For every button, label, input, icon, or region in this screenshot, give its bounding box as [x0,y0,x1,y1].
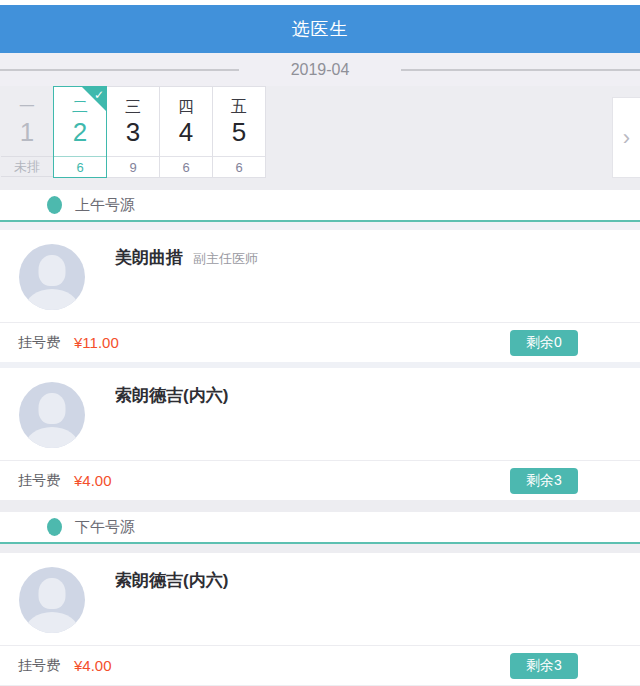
divider-line-left [0,69,239,71]
slot-count: 6 [54,156,106,177]
slot-count: 未排 [1,156,53,177]
doctor-name: 索朗德吉(内六) [115,384,228,407]
calendar-strip: 一 1 未排 ✓ 二 2 6 三 3 9 四 4 [0,86,640,178]
section-header-afternoon: 下午号源 [0,512,640,544]
day-cell-tue-2-selected[interactable]: ✓ 二 2 6 [53,86,107,178]
doctor-info: 索朗德吉(内六) [115,382,228,407]
doctor-summary: 美朗曲措 副主任医师 [0,230,640,322]
spacer [0,222,640,230]
remaining-slots-badge[interactable]: 剩余0 [510,330,578,356]
app-header: 选医生 [0,5,640,53]
doctor-avatar [19,567,85,633]
remaining-slots-badge[interactable]: 剩余3 [510,468,578,494]
fee-row: 挂号费 ¥4.00 剩余3 [0,461,640,500]
doctor-job-title: 副主任医师 [193,250,258,268]
doctor-name: 美朗曲措 [115,246,183,269]
slot-count: 6 [160,156,212,177]
avatar-head-shape [39,578,66,609]
day-number: 3 [126,118,140,146]
avatar-head-shape [39,255,66,286]
section-header-morning: 上午号源 [0,190,640,222]
doctor-card[interactable]: 索朗德吉(内六) 挂号费 ¥4.00 剩余3 [0,553,640,685]
doctor-avatar [19,382,85,448]
section-dot-icon [47,196,62,214]
day-cell-wed-3[interactable]: 三 3 9 [106,86,160,178]
fee-price: ¥11.00 [74,334,119,351]
doctor-summary: 索朗德吉(内六) [0,553,640,645]
fee-label: 挂号费 [18,334,60,352]
month-label: 2019-04 [239,61,402,79]
doctor-info: 索朗德吉(内六) [115,567,228,592]
fee-label: 挂号费 [18,472,60,490]
doctor-avatar [19,244,85,310]
spacer [0,544,640,553]
month-divider: 2019-04 [0,53,640,86]
page-title: 选医生 [292,17,349,41]
weekday-label: 五 [231,98,247,116]
avatar-head-shape [39,393,66,424]
day-cell-top: 三 3 [107,87,159,156]
choose-doctor-page: 选医生 2019-04 一 1 未排 ✓ 二 2 6 三 3 [0,0,640,686]
fee-price: ¥4.00 [74,472,112,489]
slot-count: 9 [107,156,159,177]
next-week-button[interactable]: › [612,97,640,178]
weekday-label: 四 [178,98,194,116]
section-title: 下午号源 [75,518,135,537]
check-icon: ✓ [94,87,104,103]
chevron-right-icon: › [623,125,630,151]
slot-count: 6 [213,156,265,177]
day-cell-fri-5[interactable]: 五 5 6 [212,86,266,178]
avatar-body-shape [25,612,79,633]
doctor-card[interactable]: 索朗德吉(内六) 挂号费 ¥4.00 剩余3 [0,368,640,500]
doctor-summary: 索朗德吉(内六) [0,368,640,460]
spacer [0,178,640,190]
avatar-body-shape [25,289,79,310]
day-cell-top: 四 4 [160,87,212,156]
weekday-label: 一 [19,98,35,116]
remaining-slots-badge[interactable]: 剩余3 [510,653,578,679]
weekday-label: 三 [125,98,141,116]
doctor-card[interactable]: 美朗曲措 副主任医师 挂号费 ¥11.00 剩余0 [0,230,640,362]
divider-line-right [401,69,640,71]
day-number: 1 [20,118,34,146]
spacer [0,500,640,512]
day-number: 5 [232,118,246,146]
day-cell-mon-1[interactable]: 一 1 未排 [0,86,54,178]
fee-label: 挂号费 [18,657,60,675]
doctor-info: 美朗曲措 副主任医师 [115,244,258,269]
day-cell-thu-4[interactable]: 四 4 6 [159,86,213,178]
day-number: 4 [179,118,193,146]
day-cell-top: 五 5 [213,87,265,156]
section-title: 上午号源 [75,196,135,215]
section-dot-icon [47,518,62,536]
fee-row: 挂号费 ¥11.00 剩余0 [0,323,640,362]
doctor-name: 索朗德吉(内六) [115,569,228,592]
fee-row: 挂号费 ¥4.00 剩余3 [0,646,640,685]
fee-price: ¥4.00 [74,657,112,674]
day-number: 2 [73,118,87,146]
avatar-body-shape [25,427,79,448]
day-cell-top: 一 1 [1,87,53,156]
